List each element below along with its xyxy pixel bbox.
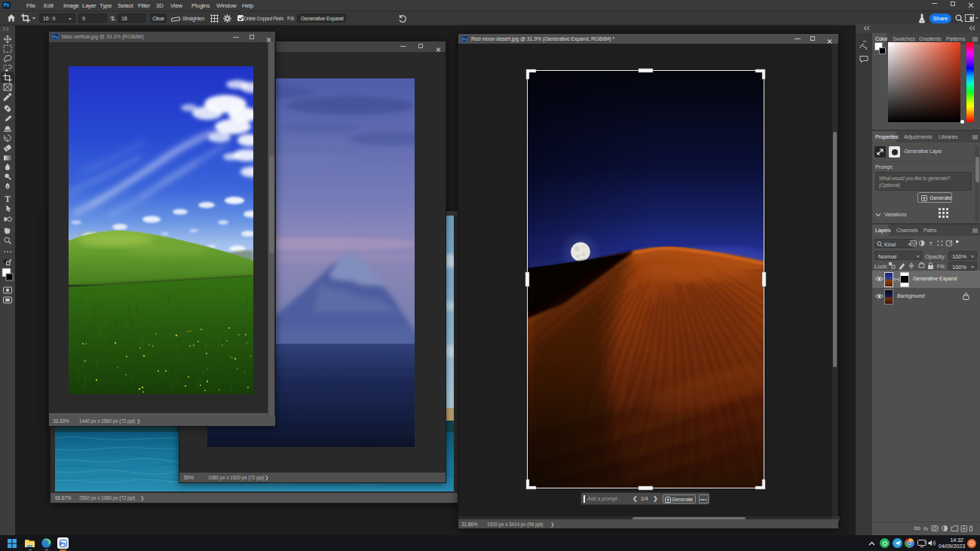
- svg-text:fx: fx: [923, 525, 929, 532]
- svg-text:T: T: [929, 240, 933, 247]
- svg-text:T: T: [5, 194, 11, 204]
